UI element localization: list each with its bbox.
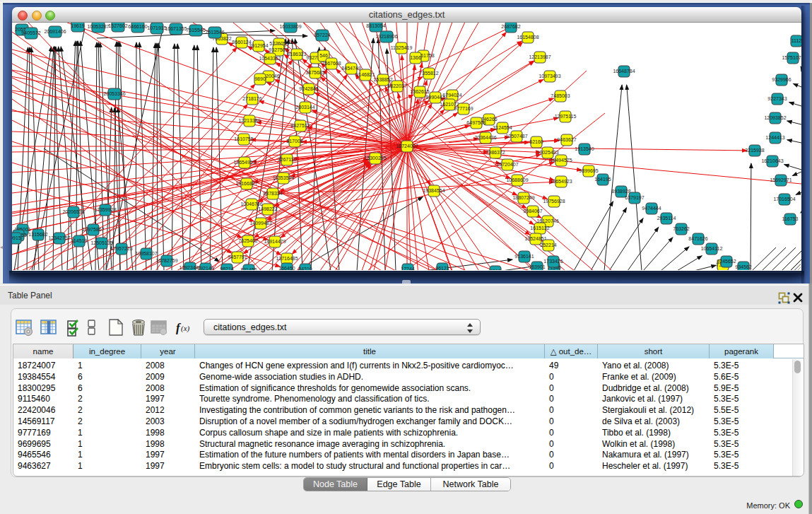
svg-text:2803144: 2803144 (295, 105, 314, 110)
svg-text:9227343: 9227343 (767, 96, 787, 101)
svg-text:10025433: 10025433 (536, 150, 558, 155)
svg-text:1071915: 1071915 (147, 25, 166, 30)
svg-text:16154808: 16154808 (517, 35, 539, 40)
svg-text:1366: 1366 (410, 55, 421, 60)
svg-text:192144: 192144 (197, 266, 213, 270)
svg-text:9242845: 9242845 (299, 86, 318, 91)
svg-text:(x): (x) (181, 324, 190, 333)
svg-text:1913540: 1913540 (575, 146, 594, 151)
svg-text:3912954: 3912954 (249, 43, 268, 48)
svg-text:8471626: 8471626 (688, 236, 707, 241)
svg-text:7515546: 7515546 (186, 28, 205, 33)
svg-text:8427512: 8427512 (290, 123, 310, 128)
svg-text:15751074: 15751074 (782, 55, 801, 60)
svg-text:11325419: 11325419 (391, 45, 413, 50)
svg-text:12093852: 12093852 (764, 115, 786, 120)
svg-text:9777169: 9777169 (454, 106, 473, 111)
svg-text:10654112: 10654112 (701, 246, 723, 251)
svg-text:20364436: 20364436 (474, 135, 496, 140)
svg-text:8938928: 8938928 (611, 189, 630, 194)
svg-text:8454749: 8454749 (341, 66, 360, 71)
svg-text:9405572: 9405572 (21, 30, 40, 35)
svg-text:15692971: 15692971 (770, 177, 792, 182)
svg-text:3267110: 3267110 (278, 157, 297, 162)
svg-text:8813054: 8813054 (366, 23, 385, 28)
svg-text:1733426: 1733426 (543, 259, 563, 264)
svg-text:9329966: 9329966 (772, 77, 791, 82)
svg-text:1527602: 1527602 (108, 23, 127, 28)
svg-text:3124554: 3124554 (493, 125, 512, 130)
svg-text:6497508: 6497508 (466, 120, 486, 125)
svg-text:11353594: 11353594 (273, 175, 295, 180)
svg-text:10046766: 10046766 (240, 201, 262, 206)
svg-text:96121: 96121 (435, 266, 449, 270)
svg-text:19218906: 19218906 (375, 34, 397, 39)
svg-text:6466160: 6466160 (128, 24, 147, 29)
svg-text:934562: 934562 (735, 264, 751, 269)
svg-text:7986372: 7986372 (486, 150, 505, 155)
svg-text:8186323: 8186323 (287, 52, 306, 57)
svg-text:6379197: 6379197 (625, 195, 644, 200)
svg-text:19756928: 19756928 (543, 199, 565, 204)
svg-text:14099483: 14099483 (249, 221, 271, 226)
svg-text:15720407: 15720407 (496, 162, 518, 167)
svg-text:8878334: 8878334 (263, 191, 282, 196)
svg-text:9899695: 9899695 (579, 168, 598, 173)
svg-text:15300295: 15300295 (364, 156, 386, 160)
svg-text:12505135: 12505135 (90, 240, 112, 245)
svg-text:10507487: 10507487 (505, 134, 527, 139)
svg-text:7355812: 7355812 (419, 71, 438, 76)
svg-text:62160: 62160 (529, 139, 543, 144)
svg-text:7625402: 7625402 (238, 238, 257, 243)
svg-text:9136141: 9136141 (514, 254, 534, 259)
svg-text:8822037: 8822037 (387, 83, 406, 88)
svg-text:9463627: 9463627 (557, 137, 576, 142)
svg-text:9313: 9313 (490, 269, 501, 270)
svg-text:164195: 164195 (594, 177, 611, 182)
svg-text:10975867: 10975867 (82, 227, 104, 232)
svg-text:2667608: 2667608 (322, 61, 341, 66)
svg-text:1315682: 1315682 (28, 232, 47, 237)
svg-text:1498222: 1498222 (258, 206, 277, 211)
svg-text:6794024: 6794024 (442, 93, 461, 98)
svg-text:252214: 252214 (540, 243, 556, 247)
svg-text:20053346: 20053346 (103, 91, 125, 96)
svg-text:9146821: 9146821 (355, 72, 375, 77)
svg-text:1610755: 1610755 (234, 136, 253, 141)
svg-text:1538852: 1538852 (373, 77, 392, 82)
svg-text:14914479: 14914479 (264, 239, 286, 244)
svg-text:16648784: 16648784 (613, 69, 635, 74)
svg-text:16033809: 16033809 (279, 24, 301, 29)
svg-text:763262: 763262 (673, 226, 689, 231)
svg-text:131455: 131455 (240, 267, 257, 270)
svg-text:10053287: 10053287 (87, 24, 109, 29)
svg-text:9474444: 9474444 (642, 206, 661, 211)
svg-text:16782759: 16782759 (155, 258, 177, 263)
svg-text:1362615: 1362615 (410, 89, 429, 94)
svg-text:9327503: 9327503 (269, 47, 288, 52)
svg-text:1615132: 1615132 (530, 226, 549, 230)
svg-text:2687682: 2687682 (501, 24, 520, 29)
svg-text:10958107: 10958107 (135, 251, 157, 256)
svg-text:18724007: 18724007 (396, 144, 418, 148)
svg-text:12213987: 12213987 (529, 54, 551, 59)
svg-text:19384554: 19384554 (423, 188, 445, 193)
svg-text:3215938: 3215938 (745, 148, 764, 153)
svg-text:7513546: 7513546 (205, 30, 224, 35)
svg-text:9890: 9890 (254, 76, 266, 81)
svg-text:18807249: 18807249 (512, 195, 534, 200)
svg-text:546: 546 (319, 53, 328, 58)
svg-text:114519: 114519 (71, 238, 88, 243)
svg-text:12975115: 12975115 (555, 114, 577, 119)
svg-text:19654953: 19654953 (233, 160, 255, 165)
svg-text:166450: 166450 (278, 266, 295, 270)
svg-text:18494575: 18494575 (550, 158, 572, 163)
svg-text:1244413: 1244413 (765, 135, 784, 140)
svg-text:2935114: 2935114 (657, 216, 676, 221)
svg-text:10973493: 10973493 (539, 74, 560, 78)
svg-text:817008: 817008 (286, 139, 302, 144)
svg-text:84310: 84310 (298, 267, 312, 270)
svg-text:7485003: 7485003 (551, 93, 570, 98)
svg-text:17957223: 17957223 (110, 246, 132, 251)
svg-text:20691406: 20691406 (44, 29, 66, 34)
